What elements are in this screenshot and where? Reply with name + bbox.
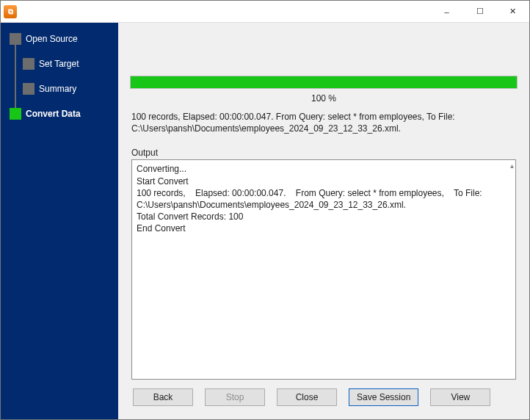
step-label: Set Target [39,59,79,69]
output-textarea[interactable]: ▴ Converting... Start Convert 100 record… [131,159,516,380]
step-convert-data[interactable]: Convert Data [1,104,118,124]
output-text: Converting... Start Convert 100 records,… [132,160,515,379]
main-panel: 100 % 100 records, Elapsed: 00:00:00.047… [118,23,529,419]
output-label: Output [131,148,516,158]
step-label: Summary [39,84,76,94]
progress-fill [131,76,517,88]
progress-percent-label: 100 % [127,93,520,104]
maximize-button[interactable]: ☐ [463,1,496,22]
progress-bar [130,76,518,89]
button-bar: Back Stop Close Save Session View [127,385,520,410]
step-summary[interactable]: Summary [1,79,118,99]
stop-button: Stop [205,388,265,406]
titlebar: ⧉ – ☐ ✕ [1,1,529,23]
step-connector-line [15,37,16,111]
step-node-icon [23,58,35,70]
view-button[interactable]: View [430,388,490,406]
step-node-icon [10,33,21,45]
scroll-up-icon: ▴ [510,162,514,170]
window-controls: – ☐ ✕ [430,1,529,22]
step-node-icon [10,108,21,120]
back-button[interactable]: Back [133,388,193,406]
close-button[interactable]: Close [277,388,337,406]
step-open-source[interactable]: Open Source [1,29,118,49]
step-label: Convert Data [26,109,81,119]
close-window-button[interactable]: ✕ [496,1,529,22]
conversion-summary-text: 100 records, Elapsed: 00:00:00.047. From… [131,111,516,134]
wizard-sidebar: Open Source Set Target Summary Convert D… [1,23,118,419]
step-node-icon [23,83,35,95]
app-icon: ⧉ [4,5,17,18]
step-set-target[interactable]: Set Target [1,54,118,74]
minimize-button[interactable]: – [430,1,463,22]
step-label: Open Source [26,34,78,44]
save-session-button[interactable]: Save Session [349,388,418,406]
